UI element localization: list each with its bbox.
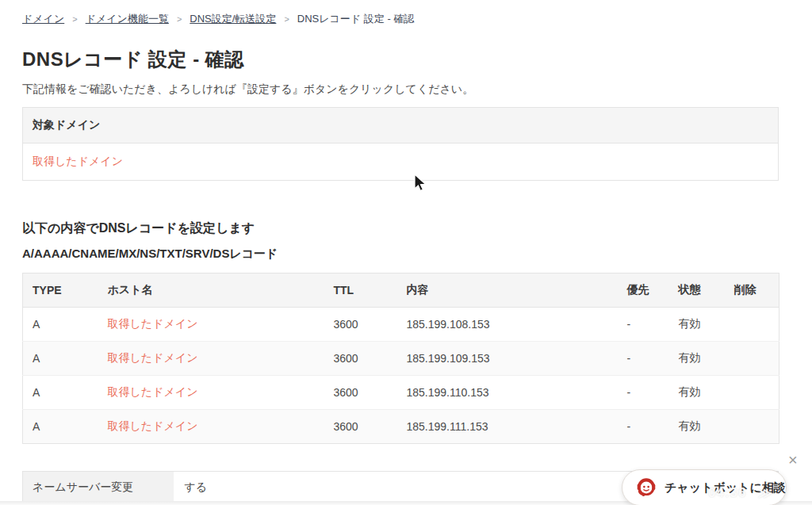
table-row: 取得したドメイン: [23, 143, 779, 181]
column-header-host: ホスト名: [98, 274, 324, 308]
chatbot-operator-icon: [635, 476, 657, 499]
record-content: 185.199.109.153: [397, 342, 618, 376]
breadcrumb-separator: >: [177, 14, 182, 24]
table-row: A 取得したドメイン 3600 185.199.108.153 - 有効: [23, 308, 779, 342]
record-content: 185.199.111.153: [397, 410, 618, 444]
record-ttl: 3600: [324, 376, 397, 410]
breadcrumb-separator: >: [284, 14, 289, 24]
record-host-link[interactable]: 取得したドメイン: [108, 385, 198, 398]
record-host-link[interactable]: 取得したドメイン: [108, 317, 198, 330]
record-type: A: [23, 308, 98, 342]
page-description: 下記情報をご確認いただき、よろしければ『設定する』ボタンをクリックしてください。: [22, 82, 790, 97]
dns-records-table: TYPE ホスト名 TTL 内容 優先 状態 削除 A 取得したドメイン 360…: [22, 273, 779, 444]
chat-close-icon[interactable]: ×: [788, 452, 798, 468]
table-row: A 取得したドメイン 3600 185.199.111.153 - 有効: [23, 410, 779, 444]
chatbot-button-label: チャットボットに相談: [665, 480, 786, 495]
record-priority: -: [618, 376, 669, 410]
record-status: 有効: [669, 410, 725, 444]
record-content: 185.199.108.153: [397, 308, 618, 342]
page-title: DNSレコード 設定 - 確認: [22, 47, 790, 72]
breadcrumb-link-dns-settings[interactable]: DNS設定/転送設定: [190, 12, 276, 26]
record-status: 有効: [669, 342, 725, 376]
target-domain-table: 対象ドメイン 取得したドメイン: [22, 107, 779, 181]
record-type: A: [23, 410, 98, 444]
column-header-status: 状態: [669, 274, 725, 308]
breadcrumb-link-domain[interactable]: ドメイン: [22, 12, 64, 26]
column-header-content: 内容: [397, 274, 618, 308]
record-host-link[interactable]: 取得したドメイン: [108, 351, 198, 364]
record-priority: -: [618, 410, 669, 444]
table-row: A 取得したドメイン 3600 185.199.109.153 - 有効: [23, 342, 779, 376]
record-type: A: [23, 376, 98, 410]
record-content: 185.199.110.153: [397, 376, 618, 410]
breadcrumb-link-domain-functions[interactable]: ドメイン機能一覧: [86, 12, 169, 26]
record-delete: [725, 410, 779, 444]
records-header-row: TYPE ホスト名 TTL 内容 優先 状態 削除: [23, 274, 779, 308]
record-status: 有効: [669, 308, 725, 342]
column-header-priority: 優先: [618, 274, 669, 308]
record-host-link[interactable]: 取得したドメイン: [108, 419, 198, 432]
record-delete: [725, 308, 779, 342]
column-header-ttl: TTL: [324, 274, 397, 308]
chatbot-button[interactable]: チャットボットに相談: [622, 469, 787, 505]
target-domain-link[interactable]: 取得したドメイン: [33, 155, 123, 167]
breadcrumb: ドメイン > ドメイン機能一覧 > DNS設定/転送設定 > DNSレコード 設…: [0, 0, 812, 26]
breadcrumb-current: DNSレコード 設定 - 確認: [297, 12, 415, 26]
record-ttl: 3600: [324, 342, 397, 376]
column-header-delete: 削除: [725, 274, 779, 308]
target-domain-header: 対象ドメイン: [23, 108, 779, 143]
record-priority: -: [618, 342, 669, 376]
record-status: 有効: [669, 376, 725, 410]
nameserver-change-label: ネームサーバー変更: [23, 472, 174, 504]
record-delete: [725, 376, 779, 410]
column-header-type: TYPE: [23, 274, 98, 308]
records-section-subheading: A/AAAA/CNAME/MX/NS/TXT/SRV/DSレコード: [22, 247, 790, 262]
record-type: A: [23, 342, 98, 376]
record-delete: [725, 342, 779, 376]
record-ttl: 3600: [324, 410, 397, 444]
record-ttl: 3600: [324, 308, 397, 342]
record-priority: -: [618, 308, 669, 342]
breadcrumb-separator: >: [72, 14, 77, 24]
records-section-heading: 以下の内容でDNSレコードを設定します: [22, 220, 790, 237]
dns-confirm-page: ドメイン > ドメイン機能一覧 > DNS設定/転送設定 > DNSレコード 設…: [0, 0, 812, 505]
table-row: A 取得したドメイン 3600 185.199.110.153 - 有効: [23, 376, 779, 410]
